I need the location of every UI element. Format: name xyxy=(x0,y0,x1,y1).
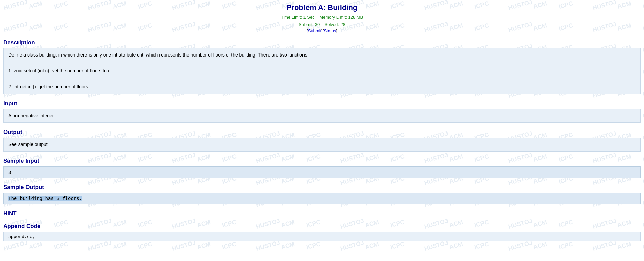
meta-limits: Time Limit: 1 Sec Memory Limit: 128 MB xyxy=(3,14,641,21)
sample-output-heading: Sample Output xyxy=(3,184,641,191)
meta-links: [Submit][Status] xyxy=(3,28,641,33)
memory-limit-label: Memory Limit: xyxy=(319,15,347,20)
solved-value: 28 xyxy=(341,22,345,27)
submit-link[interactable]: Submit xyxy=(308,28,321,33)
meta-stats: Submit: 30 Solved: 28 xyxy=(3,21,641,28)
description-heading: Description xyxy=(3,39,641,46)
submit-value: 30 xyxy=(315,22,320,27)
problem-header: Problem A: Building Time Limit: 1 Sec Me… xyxy=(3,3,641,33)
description-box: Define a class building, in which there … xyxy=(3,48,641,94)
submit-label: Submit: xyxy=(299,22,314,27)
append-code-value: append.cc, xyxy=(8,234,35,239)
hint-heading: HINT xyxy=(3,210,641,217)
status-link[interactable]: Status xyxy=(324,28,336,33)
sample-output-box: The building has 3 floors. xyxy=(3,193,641,204)
main-content: Problem A: Building Time Limit: 1 Sec Me… xyxy=(0,0,644,245)
output-box: See sample output xyxy=(3,138,641,152)
sample-input-value: 3 xyxy=(8,170,11,175)
append-code-box: append.cc, xyxy=(3,232,641,241)
description-function2: 2. int getcnt(): get the number of floor… xyxy=(8,83,636,91)
sample-input-box: 3 xyxy=(3,166,641,178)
description-text: Define a class building, in which there … xyxy=(8,51,636,59)
problem-title: Problem A: Building xyxy=(3,3,641,12)
output-text: See sample output xyxy=(8,141,636,149)
solved-label: Solved: xyxy=(325,22,339,27)
input-heading: Input xyxy=(3,100,641,107)
append-code-heading: Append Code xyxy=(3,223,641,230)
sample-input-heading: Sample Input xyxy=(3,158,641,164)
sample-output-value: The building has 3 floors. xyxy=(8,196,82,201)
memory-limit-value: 128 MB xyxy=(348,15,363,20)
input-text: A nonnegative integer xyxy=(8,112,636,120)
output-heading: Output xyxy=(3,129,641,136)
input-box: A nonnegative integer xyxy=(3,109,641,123)
time-limit-label: Time Limit: xyxy=(281,15,302,20)
description-function1: 1. void setcnt (int c): set the number o… xyxy=(8,67,636,75)
time-limit-value: 1 Sec xyxy=(303,15,314,20)
